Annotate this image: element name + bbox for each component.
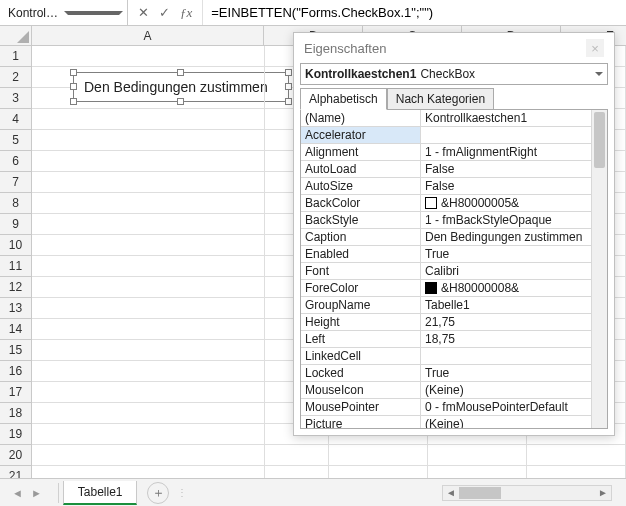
row-header[interactable]: 18 [0, 403, 31, 424]
row-header[interactable]: 16 [0, 361, 31, 382]
property-row[interactable]: EnabledTrue [301, 246, 591, 263]
property-row[interactable]: FontCalibri [301, 263, 591, 280]
property-value[interactable]: Tabelle1 [421, 297, 591, 313]
property-row[interactable]: LockedTrue [301, 365, 591, 382]
resize-handle[interactable] [285, 98, 292, 105]
close-icon[interactable]: × [586, 39, 604, 57]
row-header[interactable]: 13 [0, 298, 31, 319]
row-header[interactable]: 17 [0, 382, 31, 403]
property-value[interactable]: &H80000005& [421, 195, 591, 211]
row-header[interactable]: 15 [0, 340, 31, 361]
property-name: MousePointer [301, 399, 421, 415]
property-row[interactable]: MouseIcon(Keine) [301, 382, 591, 399]
property-value[interactable]: 18,75 [421, 331, 591, 347]
property-value[interactable]: True [421, 246, 591, 262]
property-row[interactable]: Alignment1 - fmAlignmentRight [301, 144, 591, 161]
row-header[interactable]: 19 [0, 424, 31, 445]
scroll-right-icon[interactable]: ► [595, 487, 611, 498]
row-header[interactable]: 2 [0, 67, 31, 88]
property-value[interactable] [421, 127, 591, 143]
resize-handle[interactable] [70, 98, 77, 105]
property-row[interactable]: GroupNameTabelle1 [301, 297, 591, 314]
property-row[interactable]: BackColor&H80000005& [301, 195, 591, 212]
scrollbar-thumb[interactable] [459, 487, 501, 499]
row-header[interactable]: 21 [0, 466, 31, 478]
resize-handle[interactable] [177, 98, 184, 105]
property-row[interactable]: Height21,75 [301, 314, 591, 331]
scroll-left-icon[interactable]: ◄ [443, 487, 459, 498]
property-value[interactable]: (Keine) [421, 382, 591, 398]
row-header[interactable]: 1 [0, 46, 31, 67]
property-value[interactable]: False [421, 161, 591, 177]
worksheet-grid[interactable]: ABCDEF 123456789101112131415161718192021… [0, 26, 626, 478]
fx-icon[interactable]: ƒx [180, 5, 192, 21]
row-header[interactable]: 20 [0, 445, 31, 466]
tab-categorized[interactable]: Nach Kategorien [387, 88, 494, 110]
row-header[interactable]: 6 [0, 151, 31, 172]
properties-scrollbar[interactable] [591, 110, 607, 428]
sheet-nav-next-icon[interactable]: ► [27, 487, 46, 499]
property-value[interactable]: Calibri [421, 263, 591, 279]
property-value[interactable] [421, 348, 591, 364]
row-header[interactable]: 10 [0, 235, 31, 256]
row-header[interactable]: 9 [0, 214, 31, 235]
resize-handle[interactable] [70, 83, 77, 90]
sheet-nav-prev-icon[interactable]: ◄ [8, 487, 27, 499]
row-header[interactable]: 3 [0, 88, 31, 109]
resize-handle[interactable] [285, 69, 292, 76]
row-header[interactable]: 5 [0, 130, 31, 151]
row-header[interactable]: 11 [0, 256, 31, 277]
property-value[interactable]: 21,75 [421, 314, 591, 330]
select-all-corner[interactable] [0, 26, 32, 46]
resize-handle[interactable] [177, 69, 184, 76]
name-box[interactable]: Kontrollk... [0, 0, 128, 25]
property-name: AutoSize [301, 178, 421, 194]
row-header[interactable]: 4 [0, 109, 31, 130]
property-row[interactable]: (Name)Kontrollkaestchen1 [301, 110, 591, 127]
sheet-tab-strip: ◄ ► Tabelle1 ＋ ⋮ ◄ ► [0, 478, 626, 506]
property-value[interactable]: 1 - fmBackStyleOpaque [421, 212, 591, 228]
property-value[interactable]: Den Bedingungen zustimmen [421, 229, 591, 245]
sheet-tab[interactable]: Tabelle1 [63, 481, 138, 505]
cancel-formula-icon[interactable]: ✕ [138, 5, 149, 20]
formula-bar[interactable]: =EINBETTEN("Forms.CheckBox.1";"") [203, 0, 626, 25]
horizontal-scrollbar[interactable]: ◄ ► [442, 485, 612, 501]
property-row[interactable]: AutoLoadFalse [301, 161, 591, 178]
properties-pane[interactable]: Eigenschaften × Kontrollkaestchen1 Check… [293, 32, 615, 436]
row-header[interactable]: 8 [0, 193, 31, 214]
scrollbar-thumb[interactable] [594, 112, 605, 168]
property-value[interactable]: 1 - fmAlignmentRight [421, 144, 591, 160]
property-row[interactable]: Picture(Keine) [301, 416, 591, 428]
property-name: Height [301, 314, 421, 330]
property-row[interactable]: Left18,75 [301, 331, 591, 348]
property-name: Font [301, 263, 421, 279]
properties-grid[interactable]: (Name)Kontrollkaestchen1AcceleratorAlign… [301, 110, 591, 428]
object-selector[interactable]: Kontrollkaestchen1 CheckBox [300, 63, 608, 85]
property-value[interactable]: &H80000008& [421, 280, 591, 296]
tab-alphabetical[interactable]: Alphabetisch [300, 88, 387, 110]
row-header[interactable]: 7 [0, 172, 31, 193]
property-value[interactable]: (Keine) [421, 416, 591, 428]
property-row[interactable]: Accelerator [301, 127, 591, 144]
property-name: Enabled [301, 246, 421, 262]
property-row[interactable]: LinkedCell [301, 348, 591, 365]
property-row[interactable]: AutoSizeFalse [301, 178, 591, 195]
resize-handle[interactable] [285, 83, 292, 90]
checkbox-control[interactable]: Den Bedingungen zustimmen [73, 72, 289, 102]
row-header[interactable]: 12 [0, 277, 31, 298]
enter-formula-icon[interactable]: ✓ [159, 5, 170, 20]
property-row[interactable]: CaptionDen Bedingungen zustimmen [301, 229, 591, 246]
column-header[interactable]: A [32, 26, 264, 45]
property-row[interactable]: MousePointer0 - fmMousePointerDefault [301, 399, 591, 416]
property-value[interactable]: True [421, 365, 591, 381]
add-sheet-button[interactable]: ＋ [147, 482, 169, 504]
resize-handle[interactable] [70, 69, 77, 76]
property-value[interactable]: 0 - fmMousePointerDefault [421, 399, 591, 415]
overflow-dots-icon: ⋮ [177, 487, 188, 498]
property-row[interactable]: ForeColor&H80000008& [301, 280, 591, 297]
property-row[interactable]: BackStyle1 - fmBackStyleOpaque [301, 212, 591, 229]
property-value[interactable]: False [421, 178, 591, 194]
property-value[interactable]: Kontrollkaestchen1 [421, 110, 591, 126]
chevron-down-icon [64, 11, 124, 19]
row-header[interactable]: 14 [0, 319, 31, 340]
